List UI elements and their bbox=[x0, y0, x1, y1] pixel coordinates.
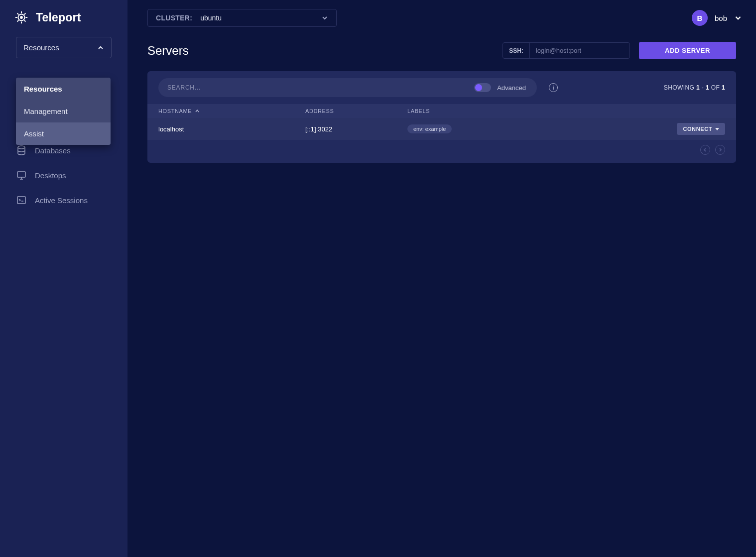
table-toolbar: Advanced i SHOWING 1 - 1 OF 1 bbox=[147, 71, 736, 104]
svg-point-1 bbox=[20, 16, 22, 18]
chevron-down-icon bbox=[321, 14, 328, 21]
info-icon[interactable]: i bbox=[549, 83, 558, 92]
user-menu[interactable]: B bob bbox=[692, 10, 742, 26]
advanced-toggle-label: Advanced bbox=[497, 84, 526, 92]
prev-page-button[interactable] bbox=[700, 145, 710, 155]
column-header-actions bbox=[665, 108, 725, 114]
cell-actions: CONNECT bbox=[665, 123, 725, 135]
sidebar-item-label: Desktops bbox=[35, 171, 66, 180]
sidebar-item-label: Active Sessions bbox=[35, 196, 88, 205]
sidebar-item-label: Databases bbox=[35, 146, 71, 155]
dropdown-item-management[interactable]: Management bbox=[16, 100, 111, 122]
sidebar: Teleport Resources Servers Applications … bbox=[0, 0, 127, 557]
resources-dropdown-trigger[interactable]: Resources bbox=[16, 37, 112, 58]
content-panel: Advanced i SHOWING 1 - 1 OF 1 HOSTNAME bbox=[147, 71, 736, 163]
chevron-up-icon bbox=[97, 44, 104, 51]
cell-hostname: localhost bbox=[158, 125, 305, 133]
sidebar-item-active-sessions[interactable]: Active Sessions bbox=[0, 188, 127, 213]
main: CLUSTER: ubuntu B bob Servers SSH: bbox=[127, 0, 756, 557]
database-icon bbox=[16, 145, 27, 156]
toggle-knob bbox=[475, 84, 482, 91]
ssh-box: SSH: bbox=[503, 42, 630, 59]
terminal-icon bbox=[16, 195, 27, 206]
header-actions: SSH: ADD SERVER bbox=[503, 42, 736, 59]
cell-address: [::1]:3022 bbox=[305, 125, 407, 133]
cluster-value: ubuntu bbox=[200, 14, 222, 22]
table-header-row: HOSTNAME ADDRESS LABELS bbox=[147, 104, 736, 118]
svg-rect-6 bbox=[17, 197, 25, 204]
add-server-button[interactable]: ADD SERVER bbox=[639, 42, 736, 59]
svg-point-4 bbox=[18, 146, 25, 149]
user-name: bob bbox=[715, 14, 727, 22]
chevron-down-icon bbox=[734, 14, 742, 22]
topbar: CLUSTER: ubuntu B bob bbox=[127, 0, 756, 36]
cluster-label: CLUSTER: bbox=[156, 14, 192, 22]
advanced-toggle[interactable] bbox=[474, 83, 491, 92]
desktop-icon bbox=[16, 170, 27, 181]
search-wrap: Advanced bbox=[158, 78, 537, 97]
page-title: Servers bbox=[147, 44, 189, 58]
brand: Teleport bbox=[0, 0, 127, 37]
dropdown-item-assist[interactable]: Assist bbox=[16, 122, 111, 145]
column-header-labels[interactable]: LABELS bbox=[407, 108, 665, 114]
connect-button[interactable]: CONNECT bbox=[677, 123, 725, 135]
resources-dropdown-label: Resources bbox=[23, 43, 59, 52]
page-header: Servers SSH: ADD SERVER bbox=[127, 36, 756, 71]
pagination bbox=[147, 140, 736, 163]
ssh-input[interactable] bbox=[530, 43, 630, 58]
cell-labels: env: example bbox=[407, 124, 665, 133]
resources-dropdown-panel: Resources Management Assist bbox=[16, 78, 111, 145]
ssh-label: SSH: bbox=[503, 43, 530, 58]
teleport-logo-icon bbox=[14, 10, 29, 25]
svg-rect-5 bbox=[17, 172, 25, 177]
sidebar-item-desktops[interactable]: Desktops bbox=[0, 163, 127, 188]
column-header-address[interactable]: ADDRESS bbox=[305, 108, 407, 114]
advanced-toggle-wrap: Advanced bbox=[474, 83, 533, 92]
avatar: B bbox=[692, 10, 708, 26]
search-input[interactable] bbox=[167, 80, 474, 95]
next-page-button[interactable] bbox=[715, 145, 725, 155]
showing-text: SHOWING 1 - 1 OF 1 bbox=[664, 84, 725, 91]
column-header-hostname[interactable]: HOSTNAME bbox=[158, 108, 305, 114]
table-row: localhost [::1]:3022 env: example CONNEC… bbox=[147, 118, 736, 140]
cluster-select[interactable]: CLUSTER: ubuntu bbox=[147, 9, 337, 27]
caret-down-icon bbox=[715, 127, 719, 131]
sort-asc-icon bbox=[195, 109, 200, 113]
dropdown-item-resources[interactable]: Resources bbox=[16, 78, 111, 100]
brand-name: Teleport bbox=[36, 11, 81, 24]
label-chip: env: example bbox=[407, 124, 452, 133]
